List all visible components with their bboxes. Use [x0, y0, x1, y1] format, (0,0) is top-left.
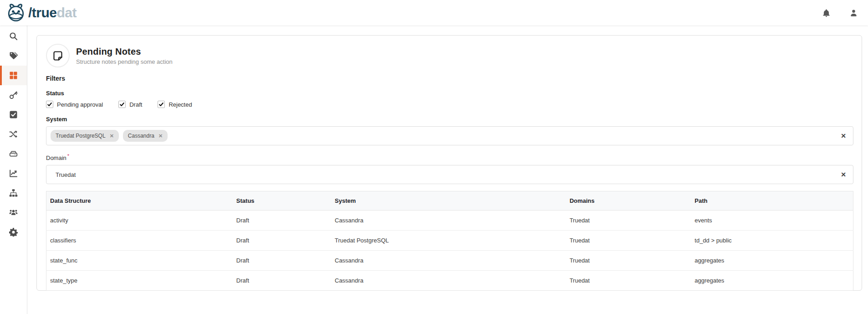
notifications-button[interactable] — [821, 7, 832, 18]
table-row[interactable]: activityDraftCassandraTruedatevents — [46, 211, 853, 231]
table-row[interactable]: classifiersDraftTruedat PostgreSQLTrueda… — [46, 231, 853, 251]
table-cell: Truedat PostgreSQL — [331, 231, 566, 251]
user-menu-button[interactable] — [848, 7, 859, 18]
sidebar-item-users[interactable] — [0, 203, 27, 222]
table-row[interactable]: state_funcDraftCassandraTruedataggregate… — [46, 251, 853, 271]
wordmark-secondary: dat — [57, 5, 77, 20]
topbar-actions — [821, 7, 862, 18]
status-checkbox-draft[interactable]: Draft — [118, 101, 142, 108]
sidebar-item-search[interactable] — [0, 26, 27, 46]
clear-domain-icon[interactable]: ✕ — [841, 171, 846, 178]
page-subtitle: Structure notes pending some action — [76, 58, 173, 65]
domain-label: Domain* — [46, 153, 853, 161]
sidebar-item-charts[interactable] — [0, 164, 27, 183]
chart-line-icon — [9, 169, 18, 178]
note-icon — [52, 50, 64, 62]
table-cell: Draft — [233, 271, 331, 291]
tags-icon — [9, 51, 18, 60]
user-icon — [849, 9, 858, 17]
sidebar-item-quality[interactable] — [0, 105, 27, 124]
table-cell: activity — [46, 211, 233, 231]
column-header-status: Status — [233, 191, 331, 211]
sidebar-item-dashboard[interactable] — [0, 66, 27, 85]
sidebar-item-taxonomy[interactable] — [0, 183, 27, 203]
checkbox-checked-icon[interactable] — [46, 101, 53, 108]
selected-system-tag: Truedat PostgreSQL✕ — [51, 130, 119, 142]
table-cell: Draft — [233, 251, 331, 271]
sitemap-icon — [9, 189, 18, 197]
pending-notes-icon-circle — [46, 44, 70, 67]
table-cell: Draft — [233, 211, 331, 231]
table-cell: events — [691, 211, 853, 231]
sidebar-item-tags[interactable] — [0, 46, 27, 66]
table-cell: Cassandra — [331, 271, 566, 291]
main-content: Pending Notes Structure notes pending so… — [27, 26, 868, 314]
table-cell: classifiers — [46, 231, 233, 251]
check-square-icon — [9, 110, 18, 119]
grid-icon — [9, 71, 18, 80]
checkbox-checked-icon[interactable] — [118, 101, 126, 108]
checkbox-label: Rejected — [168, 101, 192, 108]
table-body: activityDraftCassandraTruedateventsclass… — [46, 211, 853, 291]
table-cell: aggregates — [691, 251, 853, 271]
brand-wordmark: /truedat — [28, 6, 77, 20]
pending-notes-table: Data StructureStatusSystemDomainsPath ac… — [46, 191, 853, 291]
gear-icon — [9, 228, 18, 237]
column-header-path: Path — [691, 191, 853, 211]
table-cell: Truedat — [566, 251, 691, 271]
brand-logo[interactable]: /truedat — [6, 3, 77, 23]
sidebar-item-systems[interactable] — [0, 144, 27, 164]
table-cell: Draft — [233, 231, 331, 251]
column-header-system: System — [331, 191, 566, 211]
search-icon — [9, 32, 18, 41]
checkbox-label: Draft — [129, 101, 142, 108]
wordmark-primary: /true — [28, 5, 57, 20]
tag-label: Truedat PostgreSQL — [56, 133, 106, 139]
table-cell: Truedat — [566, 211, 691, 231]
pending-notes-card: Pending Notes Structure notes pending so… — [36, 35, 862, 291]
sidebar — [0, 26, 27, 314]
owl-icon — [6, 3, 26, 23]
table-cell: Cassandra — [331, 251, 566, 271]
table-cell: Truedat — [566, 231, 691, 251]
system-label: System — [46, 116, 853, 123]
sidebar-item-settings[interactable] — [0, 222, 27, 242]
status-checkbox-rejected[interactable]: Rejected — [158, 101, 192, 108]
table-cell: Truedat — [566, 271, 691, 291]
clear-system-icon[interactable]: ✕ — [841, 133, 846, 139]
status-checkbox-pending-approval[interactable]: Pending approval — [46, 101, 103, 108]
table-header-row: Data StructureStatusSystemDomainsPath — [46, 191, 853, 211]
system-select-values: Truedat PostgreSQL✕Cassandra✕ — [51, 130, 172, 142]
hdd-icon — [9, 149, 18, 158]
page-title: Pending Notes — [76, 46, 173, 57]
table-cell: aggregates — [691, 271, 853, 291]
checkbox-checked-icon[interactable] — [158, 101, 165, 108]
domain-select[interactable]: Truedat ✕ — [46, 165, 853, 184]
column-header-domains: Domains — [566, 191, 691, 211]
users-icon — [9, 208, 18, 217]
table-row[interactable]: state_typeDraftCassandraTruedataggregate… — [46, 271, 853, 291]
domain-label-text: Domain — [46, 154, 66, 161]
remove-tag-icon[interactable]: ✕ — [158, 134, 163, 139]
sidebar-item-key[interactable] — [0, 85, 27, 105]
status-label: Status — [46, 90, 853, 97]
table-cell: Cassandra — [331, 211, 566, 231]
system-select[interactable]: Truedat PostgreSQL✕Cassandra✕ ✕ — [46, 126, 853, 145]
checkbox-label: Pending approval — [57, 101, 103, 108]
domain-select-value: Truedat — [56, 171, 76, 178]
key-icon — [9, 91, 18, 99]
table-cell: state_func — [46, 251, 233, 271]
bell-icon — [822, 9, 831, 17]
sidebar-item-lineage[interactable] — [0, 124, 27, 144]
filters-heading: Filters — [46, 75, 853, 82]
remove-tag-icon[interactable]: ✕ — [110, 134, 114, 139]
shuffle-icon — [9, 130, 18, 139]
column-header-data-structure: Data Structure — [46, 191, 233, 211]
status-options: Pending approvalDraftRejected — [46, 101, 853, 108]
tag-label: Cassandra — [128, 133, 154, 139]
topbar: /truedat — [0, 0, 868, 26]
required-asterisk: * — [67, 153, 69, 159]
table-cell: td_dd > public — [691, 231, 853, 251]
selected-system-tag: Cassandra✕ — [123, 130, 168, 142]
card-header: Pending Notes Structure notes pending so… — [46, 44, 853, 67]
